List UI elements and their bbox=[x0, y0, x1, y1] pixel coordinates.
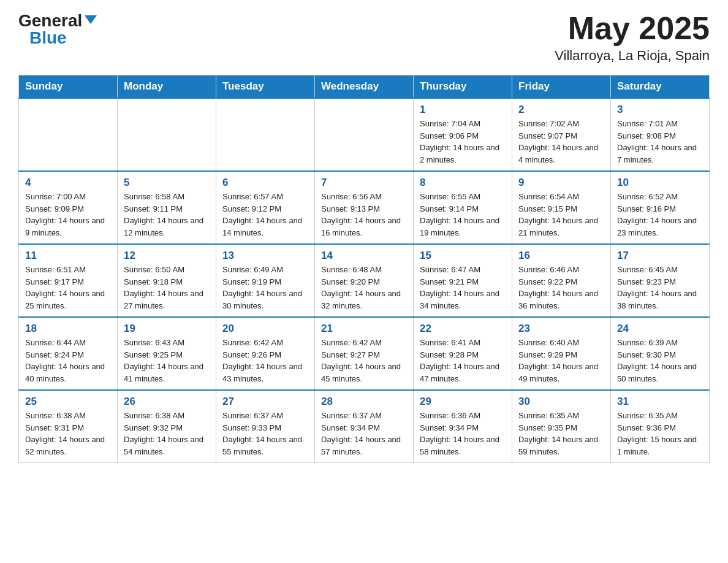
day-number: 3 bbox=[617, 104, 703, 116]
day-number: 11 bbox=[25, 250, 111, 262]
day-number: 25 bbox=[25, 396, 111, 408]
day-info: Sunrise: 6:44 AMSunset: 9:24 PMDaylight:… bbox=[25, 337, 111, 385]
day-of-week-header: Friday bbox=[512, 75, 611, 99]
day-info: Sunrise: 6:40 AMSunset: 9:29 PMDaylight:… bbox=[518, 337, 604, 385]
day-info: Sunrise: 6:45 AMSunset: 9:23 PMDaylight:… bbox=[617, 264, 703, 312]
day-number: 7 bbox=[321, 177, 407, 189]
day-number: 28 bbox=[321, 396, 407, 408]
day-number: 23 bbox=[518, 323, 604, 335]
day-number: 5 bbox=[124, 177, 210, 189]
day-info: Sunrise: 6:49 AMSunset: 9:19 PMDaylight:… bbox=[222, 264, 308, 312]
page-header: General Blue May 2025 Villarroya, La Rio… bbox=[18, 12, 710, 64]
calendar-day-cell: 31Sunrise: 6:35 AMSunset: 9:36 PMDayligh… bbox=[611, 390, 710, 463]
day-number: 2 bbox=[518, 104, 604, 116]
day-number: 31 bbox=[617, 396, 703, 408]
calendar-day-cell: 28Sunrise: 6:37 AMSunset: 9:34 PMDayligh… bbox=[315, 390, 414, 463]
day-number: 10 bbox=[617, 177, 703, 189]
day-info: Sunrise: 6:54 AMSunset: 9:15 PMDaylight:… bbox=[518, 191, 604, 239]
calendar-day-cell: 22Sunrise: 6:41 AMSunset: 9:28 PMDayligh… bbox=[414, 317, 512, 390]
day-number: 30 bbox=[518, 396, 604, 408]
day-number: 1 bbox=[420, 104, 506, 116]
day-of-week-header: Saturday bbox=[611, 75, 710, 99]
calendar-day-cell: 24Sunrise: 6:39 AMSunset: 9:30 PMDayligh… bbox=[611, 317, 710, 390]
calendar-day-cell: 16Sunrise: 6:46 AMSunset: 9:22 PMDayligh… bbox=[512, 244, 611, 317]
day-info: Sunrise: 6:50 AMSunset: 9:18 PMDaylight:… bbox=[124, 264, 210, 312]
week-row: 25Sunrise: 6:38 AMSunset: 9:31 PMDayligh… bbox=[19, 390, 710, 463]
day-info: Sunrise: 6:48 AMSunset: 9:20 PMDaylight:… bbox=[321, 264, 407, 312]
day-info: Sunrise: 6:37 AMSunset: 9:33 PMDaylight:… bbox=[222, 410, 308, 458]
logo-general-text: General bbox=[18, 12, 82, 29]
calendar-day-cell: 4Sunrise: 7:00 AMSunset: 9:09 PMDaylight… bbox=[19, 171, 118, 244]
title-block: May 2025 Villarroya, La Rioja, Spain bbox=[555, 12, 710, 64]
day-number: 16 bbox=[518, 250, 604, 262]
day-info: Sunrise: 6:43 AMSunset: 9:25 PMDaylight:… bbox=[124, 337, 210, 385]
day-info: Sunrise: 6:58 AMSunset: 9:11 PMDaylight:… bbox=[124, 191, 210, 239]
day-info: Sunrise: 6:39 AMSunset: 9:30 PMDaylight:… bbox=[617, 337, 703, 385]
empty-cell bbox=[118, 98, 216, 171]
day-info: Sunrise: 7:01 AMSunset: 9:08 PMDaylight:… bbox=[617, 118, 703, 166]
day-info: Sunrise: 6:47 AMSunset: 9:21 PMDaylight:… bbox=[420, 264, 506, 312]
day-info: Sunrise: 6:37 AMSunset: 9:34 PMDaylight:… bbox=[321, 410, 407, 458]
day-number: 15 bbox=[420, 250, 506, 262]
day-number: 20 bbox=[222, 323, 308, 335]
day-info: Sunrise: 6:35 AMSunset: 9:36 PMDaylight:… bbox=[617, 410, 703, 458]
day-number: 9 bbox=[518, 177, 604, 189]
day-number: 22 bbox=[420, 323, 506, 335]
day-info: Sunrise: 6:36 AMSunset: 9:34 PMDaylight:… bbox=[420, 410, 506, 458]
calendar-day-cell: 13Sunrise: 6:49 AMSunset: 9:19 PMDayligh… bbox=[216, 244, 315, 317]
day-number: 17 bbox=[617, 250, 703, 262]
day-number: 14 bbox=[321, 250, 407, 262]
day-info: Sunrise: 7:04 AMSunset: 9:06 PMDaylight:… bbox=[420, 118, 506, 166]
logo: General Blue bbox=[18, 12, 97, 47]
calendar-day-cell: 12Sunrise: 6:50 AMSunset: 9:18 PMDayligh… bbox=[118, 244, 216, 317]
day-number: 18 bbox=[25, 323, 111, 335]
empty-cell bbox=[216, 98, 315, 171]
day-info: Sunrise: 7:02 AMSunset: 9:07 PMDaylight:… bbox=[518, 118, 604, 166]
calendar-day-cell: 10Sunrise: 6:52 AMSunset: 9:16 PMDayligh… bbox=[611, 171, 710, 244]
calendar-day-cell: 19Sunrise: 6:43 AMSunset: 9:25 PMDayligh… bbox=[118, 317, 216, 390]
calendar-day-cell: 21Sunrise: 6:42 AMSunset: 9:27 PMDayligh… bbox=[315, 317, 414, 390]
day-info: Sunrise: 6:56 AMSunset: 9:13 PMDaylight:… bbox=[321, 191, 407, 239]
calendar-header-row: SundayMondayTuesdayWednesdayThursdayFrid… bbox=[19, 75, 710, 99]
calendar-table: SundayMondayTuesdayWednesdayThursdayFrid… bbox=[18, 75, 710, 463]
week-row: 1Sunrise: 7:04 AMSunset: 9:06 PMDaylight… bbox=[19, 98, 710, 171]
day-of-week-header: Thursday bbox=[414, 75, 512, 99]
calendar-day-cell: 8Sunrise: 6:55 AMSunset: 9:14 PMDaylight… bbox=[414, 171, 512, 244]
day-info: Sunrise: 6:42 AMSunset: 9:27 PMDaylight:… bbox=[321, 337, 407, 385]
logo-triangle-icon bbox=[85, 15, 97, 24]
calendar-day-cell: 6Sunrise: 6:57 AMSunset: 9:12 PMDaylight… bbox=[216, 171, 315, 244]
day-info: Sunrise: 6:38 AMSunset: 9:32 PMDaylight:… bbox=[124, 410, 210, 458]
calendar-day-cell: 3Sunrise: 7:01 AMSunset: 9:08 PMDaylight… bbox=[611, 98, 710, 171]
day-of-week-header: Wednesday bbox=[315, 75, 414, 99]
day-number: 6 bbox=[222, 177, 308, 189]
day-number: 26 bbox=[124, 396, 210, 408]
day-of-week-header: Sunday bbox=[19, 75, 118, 99]
calendar-day-cell: 5Sunrise: 6:58 AMSunset: 9:11 PMDaylight… bbox=[118, 171, 216, 244]
day-info: Sunrise: 6:55 AMSunset: 9:14 PMDaylight:… bbox=[420, 191, 506, 239]
day-info: Sunrise: 6:42 AMSunset: 9:26 PMDaylight:… bbox=[222, 337, 308, 385]
calendar-day-cell: 23Sunrise: 6:40 AMSunset: 9:29 PMDayligh… bbox=[512, 317, 611, 390]
day-number: 27 bbox=[222, 396, 308, 408]
day-info: Sunrise: 6:41 AMSunset: 9:28 PMDaylight:… bbox=[420, 337, 506, 385]
calendar-day-cell: 18Sunrise: 6:44 AMSunset: 9:24 PMDayligh… bbox=[19, 317, 118, 390]
calendar-day-cell: 2Sunrise: 7:02 AMSunset: 9:07 PMDaylight… bbox=[512, 98, 611, 171]
calendar-day-cell: 27Sunrise: 6:37 AMSunset: 9:33 PMDayligh… bbox=[216, 390, 315, 463]
day-number: 24 bbox=[617, 323, 703, 335]
calendar-day-cell: 11Sunrise: 6:51 AMSunset: 9:17 PMDayligh… bbox=[19, 244, 118, 317]
week-row: 11Sunrise: 6:51 AMSunset: 9:17 PMDayligh… bbox=[19, 244, 710, 317]
calendar-day-cell: 17Sunrise: 6:45 AMSunset: 9:23 PMDayligh… bbox=[611, 244, 710, 317]
calendar-day-cell: 25Sunrise: 6:38 AMSunset: 9:31 PMDayligh… bbox=[19, 390, 118, 463]
week-row: 18Sunrise: 6:44 AMSunset: 9:24 PMDayligh… bbox=[19, 317, 710, 390]
day-number: 13 bbox=[222, 250, 308, 262]
day-info: Sunrise: 6:46 AMSunset: 9:22 PMDaylight:… bbox=[518, 264, 604, 312]
day-of-week-header: Tuesday bbox=[216, 75, 315, 99]
month-title: May 2025 bbox=[555, 12, 710, 44]
calendar-day-cell: 9Sunrise: 6:54 AMSunset: 9:15 PMDaylight… bbox=[512, 171, 611, 244]
day-info: Sunrise: 6:51 AMSunset: 9:17 PMDaylight:… bbox=[25, 264, 111, 312]
day-info: Sunrise: 6:35 AMSunset: 9:35 PMDaylight:… bbox=[518, 410, 604, 458]
calendar-day-cell: 20Sunrise: 6:42 AMSunset: 9:26 PMDayligh… bbox=[216, 317, 315, 390]
day-info: Sunrise: 6:52 AMSunset: 9:16 PMDaylight:… bbox=[617, 191, 703, 239]
day-number: 12 bbox=[124, 250, 210, 262]
location-text: Villarroya, La Rioja, Spain bbox=[555, 48, 710, 64]
calendar-day-cell: 29Sunrise: 6:36 AMSunset: 9:34 PMDayligh… bbox=[414, 390, 512, 463]
